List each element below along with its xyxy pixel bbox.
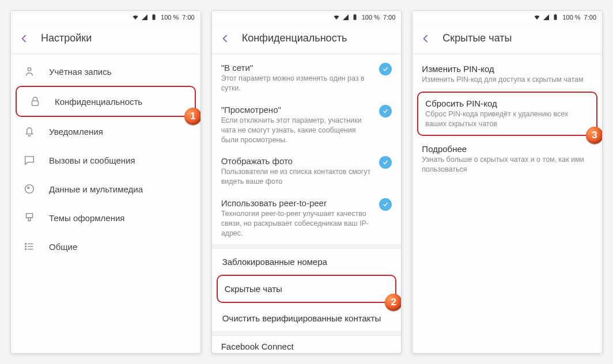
arrow-left-icon [420, 33, 432, 44]
bell-icon [23, 125, 36, 138]
page-title: Настройки [41, 32, 92, 44]
battery-icon [552, 14, 559, 21]
checkmark-icon[interactable] [379, 198, 392, 211]
svg-rect-0 [153, 15, 156, 20]
status-time: 7:00 [182, 14, 194, 21]
arrow-left-icon [18, 33, 30, 44]
privacy-seen-title: "Просмотрено" [221, 105, 375, 115]
settings-general[interactable]: Общие [11, 232, 200, 261]
signal-icon [141, 14, 148, 21]
hidden-change-sub: Изменить PIN-код для доступа к скрытым ч… [422, 75, 593, 85]
settings-list: Учётная запись Конфиденциальность 1 Увед… [11, 54, 200, 261]
settings-notifications-label: Уведомления [49, 127, 103, 136]
svg-rect-12 [353, 15, 356, 20]
wifi-icon [333, 14, 340, 21]
checkmark-icon[interactable] [379, 63, 392, 75]
step-badge-3: 3 [586, 127, 603, 144]
page-title: Скрытые чаты [442, 32, 512, 44]
back-button[interactable] [419, 32, 432, 45]
privacy-hidden-label: Скрытые чаты [225, 284, 389, 294]
privacy-blocked-label: Заблокированные номера [222, 257, 391, 267]
battery-icon [150, 14, 157, 21]
settings-account-label: Учётная запись [49, 67, 112, 77]
privacy-facebook[interactable]: Facebook Connect Нажмите для подключения… [212, 336, 402, 354]
settings-media-label: Данные и мультимедиа [49, 184, 143, 194]
svg-rect-1 [153, 14, 154, 15]
wifi-icon [533, 14, 540, 21]
lock-icon [29, 95, 41, 108]
arrow-left-icon [220, 33, 231, 44]
settings-media[interactable]: Данные и мультимедиа [11, 175, 200, 203]
svg-rect-14 [554, 15, 557, 20]
status-time: 7:00 [584, 14, 596, 21]
settings-privacy[interactable]: Конфиденциальность 1 [16, 86, 196, 117]
svg-point-6 [25, 244, 27, 245]
privacy-p2p-title: Использовать peer-to-peer [221, 198, 375, 208]
battery-percent: 100 % [362, 14, 380, 21]
hidden-change-pin[interactable]: Изменить PIN-код Изменить PIN-код для до… [413, 57, 602, 92]
hidden-more-sub: Узнать больше о скрытых чатах и о том, к… [422, 155, 593, 175]
privacy-seen[interactable]: "Просмотрено" Если отключить этот параме… [212, 99, 402, 151]
brush-icon [23, 211, 36, 224]
hidden-more-title: Подробнее [422, 144, 593, 154]
privacy-photo-sub: Пользователи не из списка контактов смог… [221, 167, 375, 187]
svg-point-5 [28, 187, 29, 189]
privacy-hidden-chats[interactable]: Скрытые чаты 2 [217, 275, 397, 303]
section-divider [212, 244, 402, 249]
media-icon [23, 183, 36, 195]
hidden-reset-title: Сбросить PIN-код [425, 98, 589, 108]
settings-notifications[interactable]: Уведомления [11, 117, 200, 146]
svg-point-4 [25, 185, 34, 194]
back-button[interactable] [219, 32, 232, 45]
hidden-more[interactable]: Подробнее Узнать больше о скрытых чатах … [413, 136, 602, 183]
section-divider [212, 331, 402, 336]
screen-settings: 100 % 7:00 Настройки Учётная запись Конф… [10, 10, 201, 354]
svg-point-10 [25, 249, 27, 250]
privacy-online[interactable]: "В сети" Этот параметр можно изменять од… [212, 57, 402, 99]
privacy-fb-title: Facebook Connect [221, 342, 392, 351]
status-time: 7:00 [383, 14, 395, 21]
battery-icon [351, 14, 358, 21]
settings-general-label: Общие [49, 242, 77, 252]
page-title: Конфиденциальность [242, 32, 347, 44]
battery-percent: 100 % [562, 14, 580, 21]
hidden-change-title: Изменить PIN-код [422, 64, 593, 74]
step-badge-2: 2 [385, 294, 402, 311]
privacy-fb-sub: Нажмите для подключения к Facebook [221, 352, 392, 354]
chat-icon [23, 154, 36, 166]
checkmark-icon[interactable] [379, 156, 392, 169]
signal-icon [543, 14, 550, 21]
hidden-reset-pin[interactable]: Сбросить PIN-код Сброс PIN-кода приведёт… [417, 92, 597, 136]
svg-point-8 [25, 246, 27, 247]
checkmark-icon[interactable] [379, 105, 392, 117]
privacy-p2p[interactable]: Использовать peer-to-peer Технология pee… [212, 192, 402, 244]
status-bar: 100 % 7:00 [11, 11, 200, 24]
user-icon [23, 65, 36, 78]
battery-percent: 100 % [161, 14, 179, 21]
screen-privacy: 100 % 7:00 Конфиденциальность "В сети" Э… [211, 10, 402, 354]
wifi-icon [132, 14, 139, 21]
privacy-online-title: "В сети" [221, 63, 375, 73]
svg-rect-13 [354, 14, 355, 15]
app-bar: Настройки [11, 24, 200, 54]
privacy-online-sub: Этот параметр можно изменять один раз в … [221, 74, 375, 93]
privacy-clear-verified[interactable]: Очистить верифицированные контакты [212, 303, 402, 331]
screen-hidden-chats: 100 % 7:00 Скрытые чаты Изменить PIN-код… [412, 10, 603, 354]
back-button[interactable] [18, 32, 31, 45]
privacy-photo-title: Отображать фото [221, 156, 375, 166]
svg-point-2 [28, 68, 31, 71]
app-bar: Конфиденциальность [212, 24, 402, 54]
privacy-photo[interactable]: Отображать фото Пользователи не из списк… [212, 150, 402, 192]
privacy-clear-label: Очистить верифицированные контакты [222, 313, 391, 323]
svg-rect-15 [555, 14, 556, 15]
step-badge-1: 1 [184, 108, 201, 125]
status-bar: 100 % 7:00 [413, 11, 602, 24]
privacy-p2p-sub: Технология peer-to-peer улучшает качеств… [221, 209, 375, 238]
settings-account[interactable]: Учётная запись [11, 57, 200, 86]
privacy-blocked[interactable]: Заблокированные номера [212, 249, 402, 275]
svg-rect-3 [32, 101, 39, 105]
settings-calls[interactable]: Вызовы и сообщения [11, 146, 200, 175]
settings-calls-label: Вызовы и сообщения [49, 156, 135, 165]
hidden-reset-sub: Сброс PIN-кода приведёт к удалению всех … [425, 109, 589, 129]
settings-themes[interactable]: Темы оформления [11, 203, 200, 232]
